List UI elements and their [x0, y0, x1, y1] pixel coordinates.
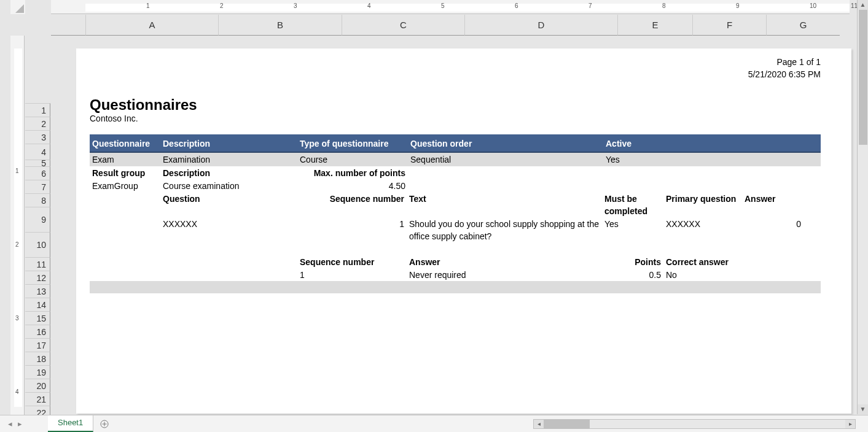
sheet-tab-sheet1[interactable]: Sheet1	[48, 415, 93, 432]
col-header-F[interactable]: F	[692, 15, 766, 36]
val-active: Yes	[603, 153, 665, 166]
ans-ans-hdr: Answer	[407, 256, 602, 268]
row-header-13[interactable]: 13	[25, 284, 50, 298]
row-header-19[interactable]: 19	[25, 365, 50, 379]
ans-pts-val: 0.5	[602, 269, 663, 281]
report-company: Contoso Inc.	[90, 114, 821, 123]
vruler-tick: 3	[15, 315, 19, 322]
vruler-tick: 4	[15, 388, 19, 395]
hruler-tick: 10	[810, 2, 816, 9]
result-group-hdr: Result group	[90, 167, 160, 179]
horizontal-ruler: 1234567891011	[51, 0, 850, 14]
svg-marker-0	[15, 4, 24, 13]
result-desc-hdr: Description	[160, 167, 297, 179]
vertical-scrollbar[interactable]: ▲ ▼	[857, 0, 868, 414]
col-active: Active	[603, 134, 665, 152]
scroll-down-icon[interactable]: ▼	[858, 404, 868, 414]
col-header-D[interactable]: D	[464, 15, 617, 36]
tab-nav-next-icon[interactable]: ▸	[15, 419, 25, 428]
row-header-14[interactable]: 14	[25, 298, 50, 311]
col-header-B[interactable]: B	[218, 15, 342, 36]
row-header-10[interactable]: 10	[25, 232, 50, 257]
val-description: Examination	[160, 153, 297, 166]
hscroll-thumb[interactable]	[544, 420, 590, 428]
ans-ans-val: Never required	[407, 269, 602, 281]
report-title: Questionnaires	[90, 96, 821, 114]
hruler-tick: 1	[146, 2, 150, 9]
question-val: XXXXXX	[160, 218, 248, 230]
seq-hdr: Sequence number	[248, 193, 407, 217]
scroll-right-icon[interactable]: ▸	[845, 420, 855, 428]
row-header-7[interactable]: 7	[25, 180, 50, 193]
row-headers: 12345678910111213141516171819202122	[25, 103, 50, 419]
col-questionnaire: Questionnaire	[90, 134, 160, 152]
vruler-tick: 2	[15, 241, 19, 248]
row-header-8[interactable]: 8	[25, 193, 50, 207]
column-headers: ABCDEFG	[51, 15, 850, 36]
row-header-1[interactable]: 1	[25, 103, 50, 117]
scroll-left-icon[interactable]: ◂	[534, 420, 544, 428]
result-desc-val: Course examination	[160, 180, 297, 192]
horizontal-scrollbar[interactable]: ◂ ▸	[533, 419, 856, 429]
answer-val: 0	[742, 218, 803, 230]
row-header-5[interactable]: 5	[25, 160, 50, 166]
add-sheet-button[interactable]	[97, 417, 112, 431]
primary-hdr: Primary question	[663, 193, 742, 217]
report-content: Page 1 of 1 5/21/2020 6:35 PM Questionna…	[90, 56, 821, 293]
ans-seq-val: 1	[297, 269, 407, 281]
result-maxpts-hdr: Max. number of points	[297, 167, 408, 179]
row-header-17[interactable]: 17	[25, 338, 50, 352]
row-header-20[interactable]: 20	[25, 379, 50, 392]
col-order: Question order	[408, 134, 603, 152]
col-header-G[interactable]: G	[766, 15, 840, 36]
col-header-E[interactable]: E	[617, 15, 692, 36]
row-header-6[interactable]: 6	[25, 166, 50, 180]
row-header-9[interactable]: 9	[25, 207, 50, 232]
val-order: Sequential	[408, 153, 603, 166]
page-datetime: 5/21/2020 6:35 PM	[90, 69, 821, 81]
text-hdr: Text	[407, 193, 602, 217]
hruler-tick: 2	[220, 2, 224, 9]
row-header-4[interactable]: 4	[25, 144, 50, 160]
text-val: Should you do your school supply shoppin…	[407, 218, 602, 242]
ans-pts-hdr: Points	[602, 256, 663, 268]
row-header-18[interactable]: 18	[25, 352, 50, 365]
col-type: Type of questionnaire	[297, 134, 408, 152]
row-header-3[interactable]: 3	[25, 130, 50, 144]
hruler-tick: 7	[588, 2, 592, 9]
tab-nav-prev-icon[interactable]: ◂	[5, 419, 15, 428]
row-header-15[interactable]: 15	[25, 311, 50, 325]
row-header-16[interactable]: 16	[25, 325, 50, 338]
result-maxpts-val: 4.50	[297, 180, 408, 192]
vertical-ruler: 1234	[10, 36, 25, 416]
val-questionnaire: Exam	[90, 153, 160, 166]
row-header-12[interactable]: 12	[25, 271, 50, 284]
vruler-tick: 1	[15, 168, 19, 174]
ans-seq-hdr: Sequence number	[297, 256, 407, 268]
main-data-row: Exam Examination Course Sequential Yes	[90, 153, 821, 166]
hruler-tick: 5	[441, 2, 445, 9]
must-val: Yes	[602, 218, 663, 230]
vscroll-thumb[interactable]	[859, 10, 867, 145]
question-hdr: Question	[160, 193, 248, 217]
page-number: Page 1 of 1	[90, 56, 821, 69]
row-header-2[interactable]: 2	[25, 117, 50, 130]
hruler-tick: 6	[515, 2, 518, 9]
val-type: Course	[297, 153, 408, 166]
ans-correct-val: No	[663, 269, 756, 281]
select-all-cells[interactable]	[10, 0, 25, 14]
hruler-tick: 8	[662, 2, 666, 9]
seq-val: 1	[248, 218, 407, 230]
col-header-C[interactable]: C	[342, 15, 464, 36]
main-header-row: Questionnaire Description Type of questi…	[90, 134, 821, 153]
result-group-val: ExamGroup	[90, 180, 160, 192]
row-header-11[interactable]: 11	[25, 257, 50, 271]
col-header-A[interactable]: A	[85, 15, 218, 36]
answer-hdr: Answer	[742, 193, 803, 217]
col-description: Description	[160, 134, 297, 152]
hruler-tick: 4	[367, 2, 371, 9]
primary-val: XXXXXX	[663, 218, 742, 230]
ans-correct-hdr: Correct answer	[663, 256, 756, 268]
row-header-21[interactable]: 21	[25, 392, 50, 406]
scroll-up-icon[interactable]: ▲	[858, 0, 868, 10]
